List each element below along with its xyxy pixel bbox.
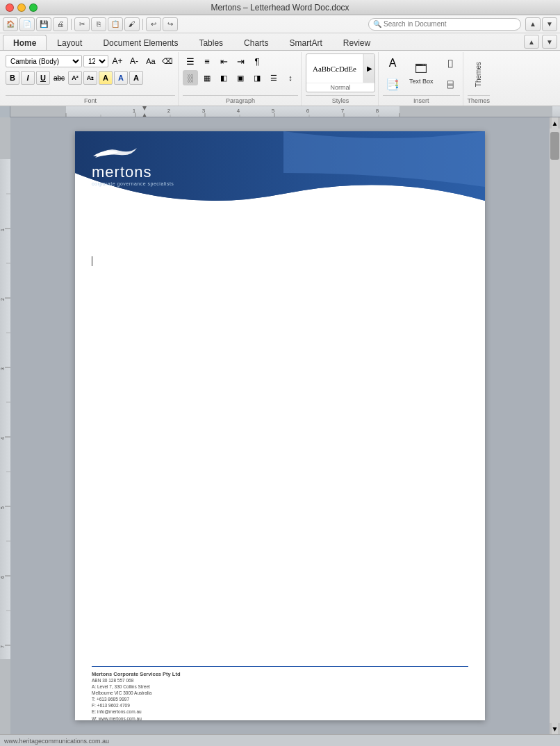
italic-button[interactable]: I — [21, 71, 35, 85]
bottom-bar: www.heritagecommunications.com.au — [0, 734, 560, 746]
text-effects-button[interactable]: A — [129, 71, 143, 85]
scrollbar-thumb[interactable] — [550, 132, 559, 160]
search-input[interactable] — [384, 20, 516, 28]
ribbon-tabs: Home Layout Document Elements Tables Cha… — [0, 33, 560, 50]
align-center-button[interactable]: ▣ — [233, 70, 248, 85]
tab-tables[interactable]: Tables — [188, 35, 233, 50]
numbering-button[interactable]: ≡ — [199, 53, 215, 69]
tab-layout[interactable]: Layout — [47, 35, 92, 50]
subscript-button[interactable]: A₂ — [83, 71, 97, 85]
minimize-button[interactable] — [17, 3, 26, 12]
ruler-corner — [0, 106, 10, 117]
scroll-up-button[interactable]: ▲ — [552, 117, 559, 129]
increase-indent-button[interactable]: ⇥ — [233, 53, 248, 69]
redo-button[interactable]: ↪ — [163, 17, 178, 31]
company-tagline: corporate governance specialists — [92, 181, 174, 186]
undo-button[interactable]: ↩ — [146, 17, 161, 31]
tab-home[interactable]: Home — [3, 35, 47, 50]
scrollbar-track[interactable] — [550, 129, 560, 723]
cut-button[interactable]: ✂ — [74, 17, 90, 31]
footer-company-name: Mertons Corporate Services Pty Ltd — [92, 671, 468, 677]
textbox-button[interactable]: 🗔 Text Box — [405, 53, 438, 92]
new-button[interactable]: 📄 — [19, 17, 35, 31]
clear-format-button[interactable]: ⌫ — [160, 53, 175, 69]
strikethrough-button[interactable]: abc — [51, 70, 67, 85]
save-button[interactable]: 💾 — [36, 17, 51, 31]
workspace: 1 2 3 4 5 6 7 — [0, 117, 560, 734]
maximize-button[interactable] — [29, 3, 38, 12]
vertical-scrollbar[interactable]: ▲ ▼ — [550, 117, 560, 734]
paragraph-panel-label: Paragraph — [183, 95, 298, 106]
font-name-select[interactable]: Cambria (Body) — [6, 55, 82, 67]
collapse-button[interactable]: ▼ — [542, 17, 557, 31]
insert-extra-1[interactable]: ⌷ — [440, 53, 460, 73]
align-right-button[interactable]: ◨ — [249, 70, 265, 85]
borders-button[interactable]: ▦ — [199, 70, 215, 85]
decrease-indent-button[interactable]: ⇤ — [216, 53, 231, 69]
underline-button[interactable]: U — [36, 71, 50, 85]
doc-area[interactable]: mertons corporate governance specialists… — [10, 117, 550, 734]
separator-2 — [142, 19, 143, 30]
bold-button[interactable]: B — [6, 71, 19, 85]
title-bar: Mertons – Letterhead Word Doc.docx — [0, 0, 560, 15]
tab-charts[interactable]: Charts — [233, 35, 279, 50]
show-marks-button[interactable]: ¶ — [249, 53, 265, 69]
font-color-button[interactable]: A — [114, 71, 128, 85]
doc-body[interactable] — [75, 242, 485, 659]
insert-extra-2[interactable]: ⌸ — [440, 74, 460, 94]
tab-smartart[interactable]: SmartArt — [279, 35, 332, 50]
style-scroll-button[interactable]: ▶ — [363, 54, 374, 83]
svg-text:5: 5 — [272, 108, 275, 114]
svg-text:4: 4 — [237, 108, 240, 114]
ruler: 1 2 3 4 5 6 7 8 — [0, 106, 560, 117]
svg-text:5: 5 — [0, 506, 5, 509]
paragraph-panel: ☰ ≡ ⇤ ⇥ ¶ ░ ▦ ◧ ▣ ◨ ☰ ↕ Paragraph — [180, 52, 302, 106]
close-button[interactable] — [6, 3, 14, 12]
themes-label: Themes — [473, 59, 484, 90]
superscript-button[interactable]: A² — [68, 71, 82, 85]
ribbon-expand-icon[interactable]: ▲ — [524, 35, 539, 49]
bottom-url: www.heritagecommunications.com.au — [4, 738, 109, 745]
print-button[interactable]: 🖨 — [53, 17, 68, 31]
svg-text:1: 1 — [133, 108, 136, 114]
ribbon-collapse-icon[interactable]: ▼ — [542, 35, 557, 49]
bullets-button[interactable]: ☰ — [183, 53, 198, 69]
paste-button[interactable]: 📋 — [108, 17, 123, 31]
separator-1 — [71, 19, 72, 30]
footer-address: A: Level 7, 330 Collins Street — [92, 683, 468, 690]
ruler-main: 1 2 3 4 5 6 7 8 — [10, 106, 560, 117]
style-name-label: Normal — [306, 83, 374, 92]
font-grow-button[interactable]: A+ — [110, 53, 125, 69]
align-left-button[interactable]: ◧ — [216, 70, 231, 85]
expand-button[interactable]: ▲ — [525, 17, 541, 31]
styles-panel-label: Styles — [306, 95, 375, 106]
tab-review[interactable]: Review — [333, 35, 381, 50]
svg-text:6: 6 — [0, 576, 5, 579]
search-box[interactable]: 🔍 — [368, 18, 521, 31]
insert-icon-1[interactable]: A — [383, 53, 402, 73]
line-spacing-button[interactable]: ↕ — [283, 70, 298, 85]
font-shrink-button[interactable]: A- — [126, 53, 142, 69]
toolbar-area: 🏠 📄 💾 🖨 ✂ ⎘ 📋 🖌 ↩ ↪ 🔍 ▲ ▼ Home Layout Do… — [0, 15, 560, 106]
justify-button[interactable]: ☰ — [266, 70, 281, 85]
svg-text:7: 7 — [0, 645, 5, 648]
footer-tel: T: +613 8685 9997 — [92, 696, 468, 702]
font-size-select[interactable]: 12 — [83, 55, 108, 67]
tab-document-elements[interactable]: Document Elements — [92, 35, 188, 50]
copy-button[interactable]: ⎘ — [91, 17, 106, 31]
text-cursor — [92, 256, 92, 266]
svg-text:3: 3 — [202, 108, 206, 114]
format-painter-button[interactable]: 🖌 — [124, 17, 140, 31]
svg-rect-2 — [400, 106, 552, 117]
font-panel-label: Font — [6, 95, 175, 106]
svg-text:4: 4 — [0, 437, 5, 440]
logo-area: mertons corporate governance specialists — [92, 145, 174, 186]
textbox-icon: 🗔 — [415, 62, 427, 76]
highlight-button[interactable]: A — [99, 71, 113, 85]
home-button[interactable]: 🏠 — [3, 17, 18, 31]
svg-text:6: 6 — [306, 108, 310, 114]
shading-button[interactable]: ░ — [183, 70, 198, 85]
insert-icon-2[interactable]: 📑 — [383, 74, 402, 94]
change-case-button[interactable]: Aa — [143, 53, 158, 69]
scroll-down-button[interactable]: ▼ — [552, 723, 559, 734]
